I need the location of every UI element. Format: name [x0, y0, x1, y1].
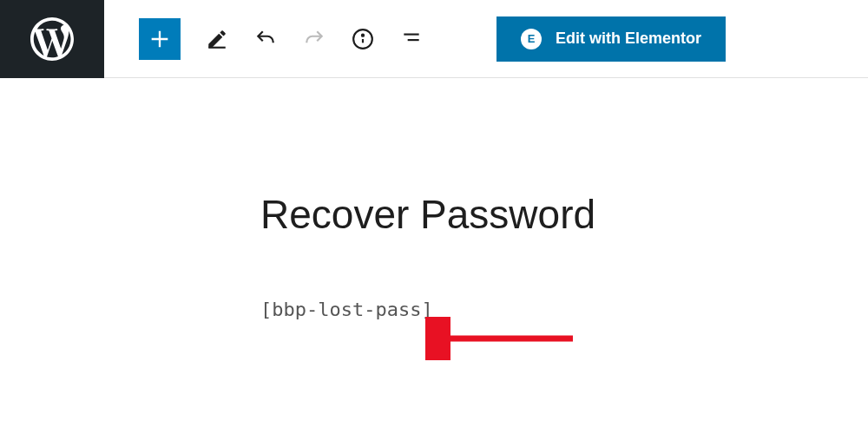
elementor-label: Edit with Elementor [556, 30, 701, 48]
svg-point-3 [362, 34, 364, 36]
elementor-icon: E [521, 29, 542, 49]
undo-button[interactable] [253, 27, 278, 51]
add-block-button[interactable] [139, 18, 181, 60]
info-icon [352, 28, 374, 50]
svg-rect-0 [208, 46, 226, 48]
redo-icon [303, 28, 326, 50]
outline-button[interactable] [399, 27, 424, 51]
redo-button [302, 27, 326, 51]
annotation-arrow [425, 317, 582, 360]
edit-elementor-button[interactable]: E Edit with Elementor [496, 16, 726, 62]
editor-content: Recover Password [bbp-lost-pass] [0, 78, 868, 320]
svg-rect-5 [408, 39, 419, 41]
wordpress-icon [30, 17, 74, 61]
toolbar-buttons: E Edit with Elementor [104, 16, 726, 62]
plus-icon [148, 27, 172, 51]
svg-rect-4 [404, 33, 418, 35]
page-title[interactable]: Recover Password [260, 191, 868, 238]
edit-mode-button[interactable] [205, 27, 229, 51]
editor-toolbar: E Edit with Elementor [0, 0, 868, 78]
pencil-icon [206, 28, 228, 50]
undo-icon [254, 28, 277, 50]
wordpress-logo[interactable] [0, 0, 104, 78]
outline-icon [400, 28, 423, 50]
info-button[interactable] [351, 27, 375, 51]
